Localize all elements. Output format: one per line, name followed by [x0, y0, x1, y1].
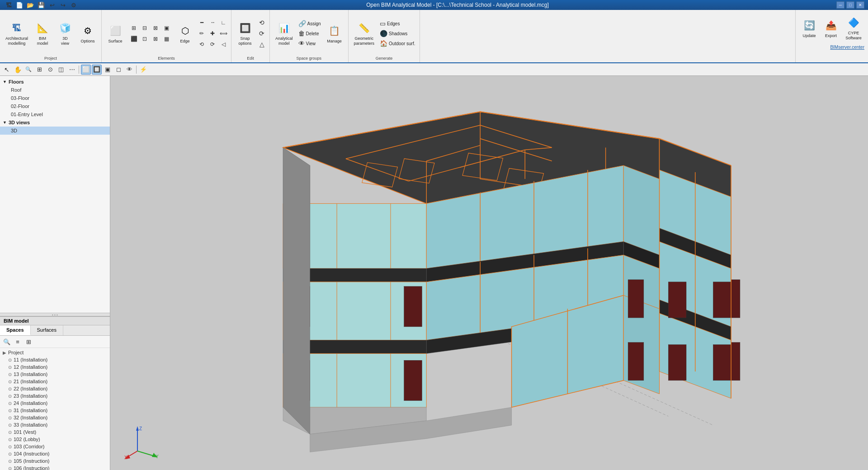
right-btns-content: 🔄 Update 📤 Export 🔷 CYPESoftware BIMserv… [796, 10, 868, 62]
bim-item-23[interactable]: ⊙ 23 (Installation) [0, 392, 110, 400]
elem-btn-1[interactable]: ⊞ [129, 23, 139, 33]
outdoor-btn[interactable]: 🏠 Outdoor surf. [378, 39, 417, 48]
elem-btn-3[interactable]: ⊠ [151, 23, 160, 33]
bim-item-33[interactable]: ⊙ 33 (Installation) [0, 421, 110, 428]
bim-item-22[interactable]: ⊙ 22 (Installation) [0, 385, 110, 392]
wireframe-btn[interactable]: 🔲 [92, 65, 102, 75]
bim-item-24[interactable]: ⊙ 24 (Installation) [0, 400, 110, 407]
bim-expand-btn[interactable]: ⊞ [24, 337, 33, 347]
edges-btn[interactable]: ▭ Edges [378, 19, 417, 28]
3dviews-header[interactable]: ▼ 3D views [0, 118, 110, 127]
arch-modelling-icon: 🏗 [9, 21, 24, 35]
minimize-btn[interactable]: ─ [836, 1, 844, 9]
quick-access-toolbar: 🏗 📄 📂 💾 ↩ ↪ ⚙ [4, 0, 79, 10]
options-icon: ⚙ [80, 24, 95, 38]
bim-item-32[interactable]: ⊙ 32 (Installation) [0, 414, 110, 421]
circle-btn[interactable]: ⊙ [45, 65, 55, 75]
export-btn[interactable]: 📤 Export [821, 16, 841, 40]
bim-item-103[interactable]: ⊙ 103 (Corridor) [0, 443, 110, 450]
manage-btn[interactable]: 📋 Manage [324, 22, 345, 46]
new-btn[interactable]: 📄 [14, 0, 24, 10]
view-sm-btn[interactable]: 👁 View [297, 39, 323, 48]
bim-model-btn[interactable]: 📐 BIMmodel [32, 19, 53, 48]
arch-modelling-btn[interactable]: 🏗 Architecturalmodelling [3, 19, 31, 48]
bim-item-106[interactable]: ⊙ 106 (Instruction) [0, 465, 110, 470]
save-btn[interactable]: 💾 [36, 0, 46, 10]
tab-spaces[interactable]: Spaces [0, 325, 31, 335]
bim-item-21[interactable]: ⊙ 21 (Installation) [0, 378, 110, 385]
open-btn[interactable]: 📂 [25, 0, 35, 10]
dots-btn[interactable]: ⋯ [67, 65, 77, 75]
elem-btn-2[interactable]: ⊟ [140, 23, 150, 33]
visibility-toggle[interactable]: 👁 [124, 65, 134, 75]
shadows-btn[interactable]: 🌑 Shadows [378, 29, 417, 38]
maximize-btn[interactable]: □ [846, 1, 854, 9]
3d-view-btn[interactable]: 🧊 3Dview [54, 19, 76, 48]
edge-elem-6[interactable]: ⟺ [218, 28, 228, 38]
zoom-btn[interactable]: 🔍 [24, 65, 33, 75]
options-btn[interactable]: ⚙ Options [77, 22, 99, 46]
snap-toggle[interactable]: ⚡ [138, 65, 148, 75]
svg-rect-65 [713, 282, 731, 318]
redo-btn[interactable]: ↪ [58, 0, 68, 10]
grid-btn[interactable]: ⊞ [34, 65, 44, 75]
delete-btn[interactable]: 🗑 Delete [297, 29, 323, 38]
bimserver-link[interactable]: BIMserver.center [830, 45, 864, 50]
bim-item-13[interactable]: ⊙ 13 (Installation) [0, 371, 110, 378]
close-btn[interactable]: ✕ [856, 1, 864, 9]
bim-search-btn[interactable]: 🔍 [2, 337, 12, 347]
bim-list-btn[interactable]: ≡ [13, 337, 23, 347]
edge-btn[interactable]: ⬡ Edge [174, 22, 196, 46]
elem-btn-8[interactable]: ▦ [161, 34, 171, 44]
edit-btn-3[interactable]: △ [257, 39, 267, 49]
rect-btn[interactable]: ◫ [56, 65, 66, 75]
bim-item-11[interactable]: ⊙ 11 (Installation) [0, 356, 110, 363]
cype-software-btn[interactable]: 🔷 CYPESoftware [843, 14, 864, 42]
panel-resize-handle[interactable]: • • • [0, 313, 110, 316]
view-mode-btn[interactable]: ◻ [113, 65, 123, 75]
viewport[interactable]: Z X Y [110, 76, 868, 470]
surface-btn[interactable]: ⬜ Surface [104, 22, 126, 46]
update-btn[interactable]: 🔄 Update [799, 16, 819, 40]
cursor-btn[interactable]: ↖ [2, 65, 12, 75]
solid-btn[interactable]: ▣ [103, 65, 113, 75]
snap-options-btn[interactable]: 🔲 Snapoptions [234, 19, 256, 48]
edge-elem-9[interactable]: ◁ [218, 39, 228, 49]
settings-quick[interactable]: ⚙ [69, 0, 79, 10]
floor-01[interactable]: 01-Entry Level [0, 110, 110, 118]
edge-elem-1[interactable]: ━ [197, 18, 207, 28]
bim-project-header[interactable]: ▶ Project [0, 349, 110, 356]
elem-btn-7[interactable]: ⊠ [151, 34, 160, 44]
edit-btn-1[interactable]: ⟲ [257, 18, 267, 28]
bim-item-105[interactable]: ⊙ 105 (Instruction) [0, 457, 110, 465]
edge-elem-5[interactable]: ✚ [208, 28, 217, 38]
surface-view-btn[interactable]: ⬜ [81, 65, 91, 75]
geom-params-btn[interactable]: 📏 Geometricparameters [351, 19, 377, 48]
bim-item-101[interactable]: ⊙ 101 (Vest) [0, 428, 110, 436]
bim-item-104[interactable]: ⊙ 104 (Instruction) [0, 450, 110, 457]
floor-02[interactable]: 02-Floor [0, 102, 110, 110]
edge-elem-4[interactable]: ✏ [197, 28, 207, 38]
hand-btn[interactable]: ✋ [13, 65, 23, 75]
assign-btn[interactable]: 🔗 Assign [297, 19, 323, 28]
edge-elem-2[interactable]: ╌ [208, 18, 217, 28]
bim-item-12[interactable]: ⊙ 12 (Installation) [0, 363, 110, 371]
floors-header[interactable]: ▼ Floors [0, 78, 110, 86]
elem-btn-5[interactable]: ⬛ [129, 34, 139, 44]
floor-roof[interactable]: Roof [0, 86, 110, 94]
edge-elem-7[interactable]: ⟲ [197, 39, 207, 49]
elem-btn-4[interactable]: ▣ [161, 23, 171, 33]
analytical-model-btn[interactable]: 📊 Analyticalmodel [273, 19, 296, 48]
space-11-icon: ⊙ [8, 357, 12, 362]
view-3d-item[interactable]: 3D [0, 127, 110, 135]
undo-btn[interactable]: ↩ [47, 0, 57, 10]
elem-btn-6[interactable]: ⊡ [140, 34, 150, 44]
bim-item-102[interactable]: ⊙ 102 (Lobby) [0, 436, 110, 443]
elements-group-content: ⬜ Surface ⊞ ⊟ ⊠ ▣ ⬛ ⊡ ⊠ ▦ ⬡ Edge ━ ╌ ∟ [104, 12, 228, 55]
tab-surfaces[interactable]: Surfaces [31, 325, 63, 335]
edge-elem-3[interactable]: ∟ [218, 18, 228, 28]
edit-btn-2[interactable]: ⟳ [257, 28, 267, 38]
bim-item-31[interactable]: ⊙ 31 (Installation) [0, 407, 110, 414]
floor-03[interactable]: 03-Floor [0, 94, 110, 102]
edge-elem-8[interactable]: ⟳ [208, 39, 217, 49]
